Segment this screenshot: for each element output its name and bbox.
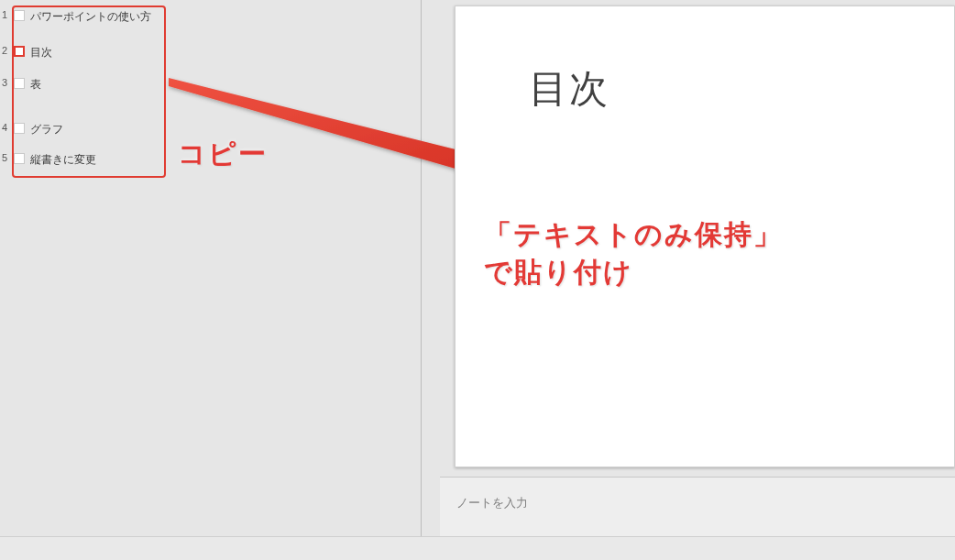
slide-icon [14, 78, 25, 89]
outline-item-label: グラフ [30, 122, 63, 137]
outline-item-number: 4 [2, 122, 11, 133]
outline-item[interactable]: 1 パワーポイントの使い方 [0, 0, 421, 28]
slide-icon [14, 153, 25, 164]
annotation-paste-label: 「テキストのみ保持」 で貼り付け [484, 216, 783, 291]
outline-item-label: パワーポイントの使い方 [30, 9, 151, 25]
outline-item-number: 1 [2, 9, 11, 20]
notes-placeholder: ノートを入力 [456, 496, 528, 510]
outline-item[interactable]: 3 表 [0, 73, 421, 96]
outline-panel: 1 パワーポイントの使い方 2 目次 3 表 4 グラフ 5 縦書きに変更 [0, 0, 422, 536]
outline-item-label: 表 [30, 77, 41, 93]
outline-item-number: 2 [2, 45, 11, 56]
outline-item-number: 5 [2, 152, 11, 163]
status-bar [0, 536, 955, 560]
slide-icon [14, 123, 25, 134]
outline-item[interactable]: 2 目次 [0, 41, 421, 64]
annotation-paste-line2: で貼り付け [484, 257, 633, 287]
outline-item-label: 縦書きに変更 [30, 152, 96, 168]
slide-icon [14, 46, 25, 57]
outline-item-label: 目次 [30, 45, 52, 60]
outline-item-number: 3 [2, 77, 11, 88]
notes-pane[interactable]: ノートを入力 [440, 477, 955, 536]
slide-icon [14, 10, 25, 21]
annotation-copy-label: コピー [178, 136, 268, 173]
annotation-paste-line1: 「テキストのみ保持」 [484, 219, 783, 249]
slide-title[interactable]: 目次 [529, 63, 609, 115]
